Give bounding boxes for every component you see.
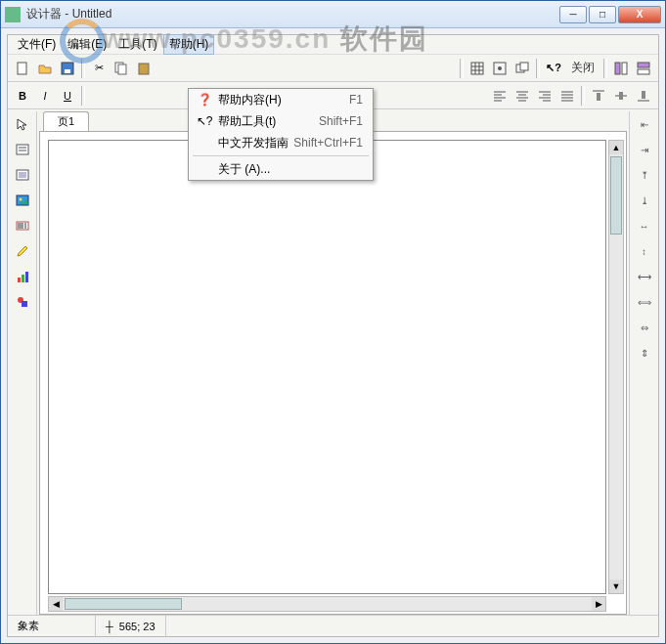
menubar: 文件(F) 编辑(E) 工具(T) 帮助(H) bbox=[8, 35, 658, 55]
svg-rect-6 bbox=[471, 63, 483, 74]
valign-bottom-icon[interactable] bbox=[633, 85, 654, 107]
vscroll-thumb[interactable] bbox=[610, 156, 622, 235]
align-left-icon[interactable] bbox=[489, 85, 511, 107]
cut-icon[interactable]: ✂ bbox=[88, 58, 110, 79]
horizontal-scrollbar[interactable]: ◀ ▶ bbox=[48, 596, 606, 612]
help-menu-dropdown: ❓ 帮助内容(H) F1 ↖? 帮助工具(t) Shift+F1 中文开发指南 … bbox=[188, 88, 374, 181]
bold-icon[interactable]: B bbox=[12, 85, 33, 107]
svg-rect-4 bbox=[118, 64, 126, 74]
svg-rect-40 bbox=[642, 91, 645, 99]
menu-help-cnguide[interactable]: 中文开发指南 Shift+Ctrl+F1 bbox=[189, 132, 373, 153]
svg-point-49 bbox=[19, 198, 22, 201]
svg-rect-59 bbox=[22, 301, 27, 307]
order-icon[interactable] bbox=[511, 58, 533, 79]
paste-icon[interactable] bbox=[133, 58, 155, 79]
align-bottom-edge-icon[interactable]: ⤓ bbox=[635, 192, 654, 209]
svg-rect-14 bbox=[520, 63, 528, 70]
list-tool-icon[interactable] bbox=[13, 166, 32, 184]
context-help-icon[interactable]: ↖? bbox=[543, 58, 564, 79]
svg-rect-41 bbox=[17, 145, 28, 154]
canvas-area: ▲ ▼ ◀ ▶ bbox=[39, 131, 627, 615]
titlebar: 设计器 - Untitled ─ □ X bbox=[1, 1, 665, 28]
svg-rect-38 bbox=[619, 92, 623, 100]
underline-icon[interactable]: U bbox=[57, 85, 78, 107]
hscroll-thumb[interactable] bbox=[65, 598, 182, 610]
svg-rect-55 bbox=[18, 278, 21, 282]
panel-toggle2-icon[interactable] bbox=[633, 58, 654, 79]
menu-help-tool[interactable]: ↖? 帮助工具(t) Shift+F1 bbox=[189, 110, 373, 132]
distribute-h-icon[interactable]: ↔ bbox=[635, 217, 654, 235]
barcode-tool-icon[interactable] bbox=[13, 217, 32, 235]
scroll-up-icon[interactable]: ▲ bbox=[609, 141, 623, 154]
panel-toggle-icon[interactable] bbox=[610, 58, 632, 79]
tab-page1[interactable]: 页1 bbox=[43, 111, 89, 131]
minimize-button[interactable]: ─ bbox=[559, 6, 587, 23]
snap-icon[interactable] bbox=[489, 58, 511, 79]
align-top-edge-icon[interactable]: ⤒ bbox=[635, 166, 654, 184]
align-justify-icon[interactable] bbox=[556, 85, 578, 107]
svg-rect-56 bbox=[22, 275, 24, 282]
new-icon[interactable] bbox=[12, 58, 33, 79]
svg-point-12 bbox=[498, 66, 502, 70]
statusbar: 象素 ┼565; 23 bbox=[8, 615, 658, 636]
scroll-left-icon[interactable]: ◀ bbox=[49, 597, 63, 611]
svg-rect-16 bbox=[622, 63, 627, 74]
pointer-tool-icon[interactable] bbox=[13, 115, 32, 133]
scroll-right-icon[interactable]: ▶ bbox=[592, 597, 605, 611]
chart-tool-icon[interactable] bbox=[13, 268, 32, 285]
svg-rect-2 bbox=[65, 69, 70, 73]
menu-help-about[interactable]: 关于 (A)... bbox=[189, 158, 373, 180]
valign-mid-icon[interactable] bbox=[610, 85, 632, 107]
same-height-icon[interactable]: ⟺ bbox=[635, 293, 654, 311]
shape-tool-icon[interactable] bbox=[13, 293, 32, 311]
menu-help[interactable]: 帮助(H) bbox=[163, 34, 215, 55]
status-unit: 象素 bbox=[8, 616, 96, 636]
distribute-v-icon[interactable]: ↕ bbox=[635, 242, 654, 260]
svg-rect-36 bbox=[597, 93, 600, 101]
close-button-text[interactable]: 关闭 bbox=[565, 60, 600, 76]
center-h-icon[interactable]: ⇔ bbox=[635, 319, 654, 336]
align-left-edge-icon[interactable]: ⇤ bbox=[635, 115, 654, 133]
scroll-down-icon[interactable]: ▼ bbox=[609, 580, 623, 593]
vertical-scrollbar[interactable]: ▲ ▼ bbox=[608, 140, 624, 594]
status-coords: ┼565; 23 bbox=[96, 616, 166, 636]
align-right-icon[interactable] bbox=[534, 85, 555, 107]
svg-rect-0 bbox=[18, 63, 26, 74]
menu-tools[interactable]: 工具(T) bbox=[112, 34, 162, 55]
align-center-icon[interactable] bbox=[511, 85, 533, 107]
grid-toggle-icon[interactable] bbox=[466, 58, 488, 79]
align-palette: ⇤ ⇥ ⤒ ⤓ ↔ ↕ ⟷ ⟺ ⇔ ⇕ bbox=[629, 111, 658, 615]
window-title: 设计器 - Untitled bbox=[26, 6, 559, 22]
same-width-icon[interactable]: ⟷ bbox=[635, 268, 654, 285]
center-v-icon[interactable]: ⇕ bbox=[635, 344, 654, 362]
pencil-tool-icon[interactable] bbox=[13, 242, 32, 260]
help-book-icon: ❓ bbox=[195, 93, 214, 107]
text-tool-icon[interactable] bbox=[13, 141, 32, 158]
menu-edit[interactable]: 编辑(E) bbox=[62, 34, 112, 55]
design-canvas[interactable] bbox=[48, 140, 606, 594]
close-button[interactable]: X bbox=[618, 6, 661, 23]
svg-rect-5 bbox=[139, 64, 149, 74]
maximize-button[interactable]: □ bbox=[589, 6, 616, 23]
align-right-edge-icon[interactable]: ⇥ bbox=[635, 141, 654, 158]
svg-rect-57 bbox=[25, 272, 28, 282]
menu-file[interactable]: 文件(F) bbox=[12, 34, 62, 55]
copy-icon[interactable] bbox=[111, 58, 132, 79]
valign-top-icon[interactable] bbox=[588, 85, 609, 107]
menu-help-contents[interactable]: ❓ 帮助内容(H) F1 bbox=[189, 89, 373, 110]
save-icon[interactable] bbox=[57, 58, 78, 79]
tool-palette bbox=[8, 111, 37, 615]
toolbar-main: ✂ ↖? 关闭 bbox=[8, 55, 658, 82]
svg-rect-15 bbox=[615, 63, 620, 74]
open-icon[interactable] bbox=[34, 58, 56, 79]
help-pointer-icon: ↖? bbox=[195, 114, 214, 128]
svg-rect-17 bbox=[638, 63, 649, 67]
svg-rect-18 bbox=[638, 69, 649, 74]
italic-icon[interactable]: I bbox=[34, 85, 56, 107]
menu-separator bbox=[193, 155, 369, 156]
image-tool-icon[interactable] bbox=[13, 192, 32, 209]
app-icon bbox=[5, 7, 21, 22]
